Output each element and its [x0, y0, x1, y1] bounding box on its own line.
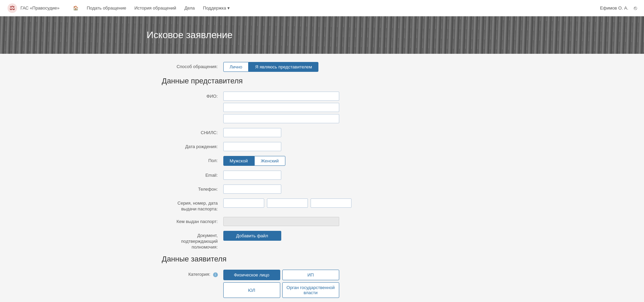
home-icon[interactable]: 🏠 — [73, 5, 78, 11]
fio-label: ФИО: — [162, 92, 223, 99]
passport-issuer-controls — [223, 217, 482, 226]
gender-label: Пол: — [162, 156, 223, 164]
logo-icon: ⚖ — [7, 3, 18, 14]
passport-row: Серия, номер, дата выдачи паспорта: — [162, 198, 482, 212]
dob-input[interactable] — [223, 142, 281, 151]
email-row: Email: — [162, 171, 482, 180]
doc-row: Документ, подтверждающий полномочия: Доб… — [162, 231, 482, 250]
nav-support[interactable]: Поддержка ▾ — [203, 5, 229, 11]
fio-controls — [223, 92, 482, 123]
brand: ⚖ ГАС «Правосудие» — [7, 3, 59, 14]
svg-text:⚖: ⚖ — [10, 4, 15, 11]
category-ul-btn[interactable]: ЮЛ — [223, 282, 280, 298]
method-row: Способ обращения: Лично Я являюсь предст… — [162, 62, 482, 72]
logout-icon[interactable]: ⎋ — [634, 5, 637, 11]
dob-label: Дата рождения: — [162, 142, 223, 150]
email-controls — [223, 171, 482, 180]
representative-section-title: Данные представителя — [162, 77, 482, 85]
phone-label: Телефон: — [162, 185, 223, 192]
phone-controls — [223, 185, 482, 194]
fio-row: ФИО: — [162, 92, 482, 123]
passport-number-input[interactable] — [267, 198, 308, 208]
passport-date-input[interactable] — [311, 198, 351, 208]
gender-btn-group: Мужской Женский — [223, 156, 482, 166]
snils-controls — [223, 128, 482, 137]
gender-row: Пол: Мужской Женский — [162, 156, 482, 166]
main-content: Способ обращения: Лично Я являюсь предст… — [155, 54, 489, 302]
dob-row: Дата рождения: — [162, 142, 482, 151]
gender-male-btn[interactable]: Мужской — [223, 156, 254, 166]
passport-controls — [223, 198, 482, 208]
email-input[interactable] — [223, 171, 281, 180]
hero-banner: Исковое заявление — [0, 16, 644, 54]
nav-submit[interactable]: Подать обращение — [87, 5, 126, 11]
method-btn-group: Лично Я являюсь представителем — [223, 62, 482, 72]
passport-label: Серия, номер, дата выдачи паспорта: — [162, 198, 223, 212]
method-personal-btn[interactable]: Лично — [223, 62, 249, 72]
nav-cases[interactable]: Дела — [184, 5, 195, 11]
method-representative-btn[interactable]: Я являюсь представителем — [249, 62, 318, 72]
navbar: ⚖ ГАС «Правосудие» 🏠 Подать обращение Ис… — [0, 0, 644, 16]
nav-links: 🏠 Подать обращение История обращений Дел… — [73, 5, 600, 11]
snils-input[interactable] — [223, 128, 281, 137]
phone-input[interactable] — [223, 185, 281, 194]
snils-label: СНИЛС: — [162, 128, 223, 136]
category-gov-btn[interactable]: Орган государственной власти — [282, 282, 339, 298]
method-label: Способ обращения: — [162, 62, 223, 70]
category-info-icon[interactable]: i — [213, 272, 218, 277]
fio-input-3[interactable] — [223, 114, 339, 123]
support-dropdown-icon: ▾ — [227, 5, 230, 11]
passport-inline — [223, 198, 482, 208]
email-label: Email: — [162, 171, 223, 178]
method-controls: Лично Я являюсь представителем — [223, 62, 482, 72]
doc-label: Документ, подтверждающий полномочия: — [162, 231, 223, 250]
doc-controls: Добавить файл — [223, 231, 482, 241]
category-grid: Физическое лицо ИП ЮЛ Орган государствен… — [223, 270, 339, 298]
nav-history[interactable]: История обращений — [134, 5, 176, 11]
user-name: Ефимов О. А. — [600, 5, 628, 11]
snils-row: СНИЛС: — [162, 128, 482, 137]
gender-female-btn[interactable]: Женский — [254, 156, 285, 166]
category-row: Категория: i Физическое лицо ИП ЮЛ Орган… — [162, 270, 482, 298]
category-controls: Физическое лицо ИП ЮЛ Орган государствен… — [223, 270, 482, 298]
passport-series-input[interactable] — [223, 198, 264, 208]
add-file-button[interactable]: Добавить файл — [223, 231, 281, 241]
category-ip-btn[interactable]: ИП — [282, 270, 339, 280]
fio-input-2[interactable] — [223, 103, 339, 112]
category-label: Категория: i — [162, 270, 223, 277]
passport-issuer-label: Кем выдан паспорт: — [162, 217, 223, 225]
passport-issuer-input[interactable] — [223, 217, 339, 226]
brand-label: ГАС «Правосудие» — [20, 5, 59, 11]
page-title: Исковое заявление — [147, 30, 233, 41]
category-individual-btn[interactable]: Физическое лицо — [223, 270, 280, 280]
gender-controls: Мужской Женский — [223, 156, 482, 166]
applicant-section-title: Данные заявителя — [162, 255, 482, 264]
passport-issuer-row: Кем выдан паспорт: — [162, 217, 482, 226]
phone-row: Телефон: — [162, 185, 482, 194]
navbar-right: Ефимов О. А. ⎋ — [600, 5, 637, 11]
dob-controls — [223, 142, 482, 151]
fio-input-1[interactable] — [223, 92, 339, 101]
